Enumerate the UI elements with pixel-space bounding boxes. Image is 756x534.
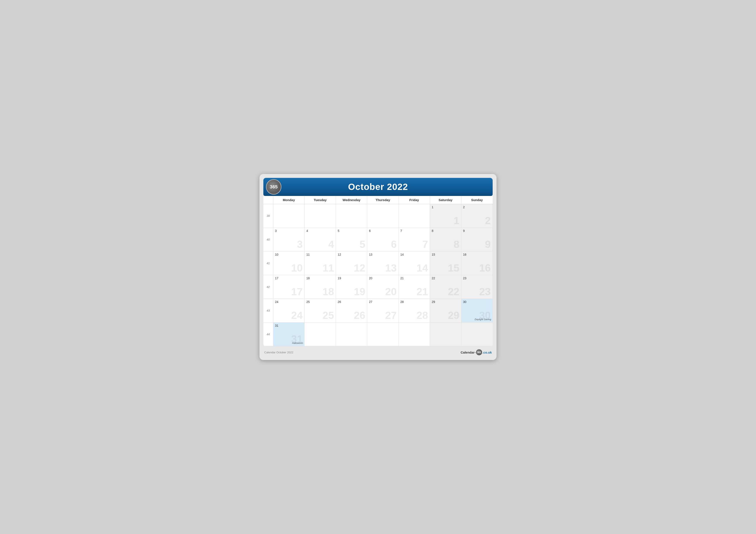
day-cell-4: 44 xyxy=(305,228,336,251)
day-cell-28: 2828 xyxy=(399,299,430,322)
day-number: 16 xyxy=(463,253,491,256)
day-cell-empty-3 xyxy=(367,322,398,346)
watermark: 11 xyxy=(322,263,334,273)
calendar-header: 365 October 2022 xyxy=(263,178,493,196)
day-cell-2: 22 xyxy=(461,204,493,228)
day-number: 21 xyxy=(400,276,428,280)
day-number: 23 xyxy=(463,276,491,280)
day-cell-29: 2929 xyxy=(430,299,461,322)
watermark: 10 xyxy=(291,263,303,273)
footer: Calendar October 2022 Calendar- 365 .co.… xyxy=(263,346,493,356)
week-num-header xyxy=(263,196,273,204)
day-cell-17: 1717 xyxy=(273,275,305,299)
week-number-42: 42 xyxy=(263,275,273,299)
day-cell-empty-3 xyxy=(367,204,398,228)
watermark: 16 xyxy=(479,263,491,273)
day-header-sunday: Sunday xyxy=(461,196,493,204)
footer-left: Calendar October 2022 xyxy=(264,351,293,354)
week-number-39: 39 xyxy=(263,204,273,228)
day-cell-13: 1313 xyxy=(367,251,398,275)
day-number: 14 xyxy=(400,253,428,256)
calendar-wrapper: MondayTuesdayWednesdayThursdayFridaySatu… xyxy=(263,196,493,346)
day-header-monday: Monday xyxy=(273,196,305,204)
day-cell-9: 99 xyxy=(461,228,493,251)
week-number-41: 41 xyxy=(263,251,273,275)
day-cell-14: 1414 xyxy=(399,251,430,275)
event-label: Daylight Saving xyxy=(475,318,491,320)
calendar-grid: 3911224033445566778899411010111112121313… xyxy=(263,204,493,346)
day-number: 6 xyxy=(369,229,396,233)
day-number: 2 xyxy=(463,205,491,209)
day-cell-11: 1111 xyxy=(305,251,336,275)
watermark: 21 xyxy=(417,287,428,297)
day-number: 26 xyxy=(338,300,365,304)
watermark: 28 xyxy=(417,310,428,320)
day-cell-empty-4 xyxy=(399,204,430,228)
day-number: 5 xyxy=(338,229,365,233)
footer-right: Calendar- 365 .co.uk xyxy=(461,349,492,355)
watermark: 4 xyxy=(328,239,334,249)
day-number: 18 xyxy=(306,276,334,280)
week-number-44: 44 xyxy=(263,322,273,346)
footer-logo: 365 xyxy=(476,349,482,355)
logo-badge: 365 xyxy=(266,179,282,195)
day-number: 9 xyxy=(463,229,491,233)
day-cell-22: 2222 xyxy=(430,275,461,299)
day-cell-21: 2121 xyxy=(399,275,430,299)
watermark: 14 xyxy=(417,263,428,273)
day-header-tuesday: Tuesday xyxy=(305,196,336,204)
day-header-wednesday: Wednesday xyxy=(336,196,367,204)
day-number: 15 xyxy=(432,253,459,256)
watermark: 29 xyxy=(448,310,459,320)
day-cell-empty-4 xyxy=(399,322,430,346)
page-container: 365 October 2022 MondayTuesdayWednesdayT… xyxy=(259,174,497,360)
day-headers: MondayTuesdayWednesdayThursdayFridaySatu… xyxy=(263,196,493,204)
day-number: 12 xyxy=(338,253,365,256)
header-title: October 2022 xyxy=(348,182,408,192)
watermark: 26 xyxy=(354,310,365,320)
watermark: 15 xyxy=(448,263,459,273)
day-number: 20 xyxy=(369,276,396,280)
day-number: 19 xyxy=(338,276,365,280)
day-cell-empty-2 xyxy=(336,204,367,228)
watermark: 12 xyxy=(354,263,365,273)
day-number: 28 xyxy=(400,300,428,304)
day-cell-16: 1616 xyxy=(461,251,493,275)
day-number: 25 xyxy=(306,300,334,304)
day-cell-empty-0 xyxy=(273,204,305,228)
watermark: 5 xyxy=(360,239,365,249)
day-number: 8 xyxy=(432,229,459,233)
day-cell-18: 1818 xyxy=(305,275,336,299)
watermark: 8 xyxy=(454,239,459,249)
day-cell-10: 1010 xyxy=(273,251,305,275)
day-cell-empty-2 xyxy=(336,322,367,346)
watermark: 23 xyxy=(479,287,491,297)
day-cell-empty-5 xyxy=(430,322,461,346)
day-header-thursday: Thursday xyxy=(367,196,398,204)
day-number: 29 xyxy=(432,300,459,304)
day-number: 13 xyxy=(369,253,396,256)
day-number: 24 xyxy=(275,300,303,304)
watermark: 3 xyxy=(297,239,303,249)
footer-prefix: Calendar- xyxy=(461,350,475,354)
watermark: 25 xyxy=(322,310,334,320)
day-cell-25: 2525 xyxy=(305,299,336,322)
watermark: 18 xyxy=(322,287,334,297)
watermark: 9 xyxy=(485,239,491,249)
day-cell-empty-1 xyxy=(305,322,336,346)
watermark: 7 xyxy=(422,239,428,249)
day-cell-26: 2626 xyxy=(336,299,367,322)
day-cell-8: 88 xyxy=(430,228,461,251)
footer-suffix: .co.uk xyxy=(482,350,492,354)
day-cell-27: 2727 xyxy=(367,299,398,322)
day-cell-1: 11 xyxy=(430,204,461,228)
day-cell-3: 33 xyxy=(273,228,305,251)
watermark: 2 xyxy=(485,216,491,226)
watermark: 24 xyxy=(291,310,303,320)
day-cell-19: 1919 xyxy=(336,275,367,299)
watermark: 19 xyxy=(354,287,365,297)
day-cell-7: 77 xyxy=(399,228,430,251)
day-number: 4 xyxy=(306,229,334,233)
watermark: 1 xyxy=(454,216,459,226)
watermark: 27 xyxy=(385,310,396,320)
